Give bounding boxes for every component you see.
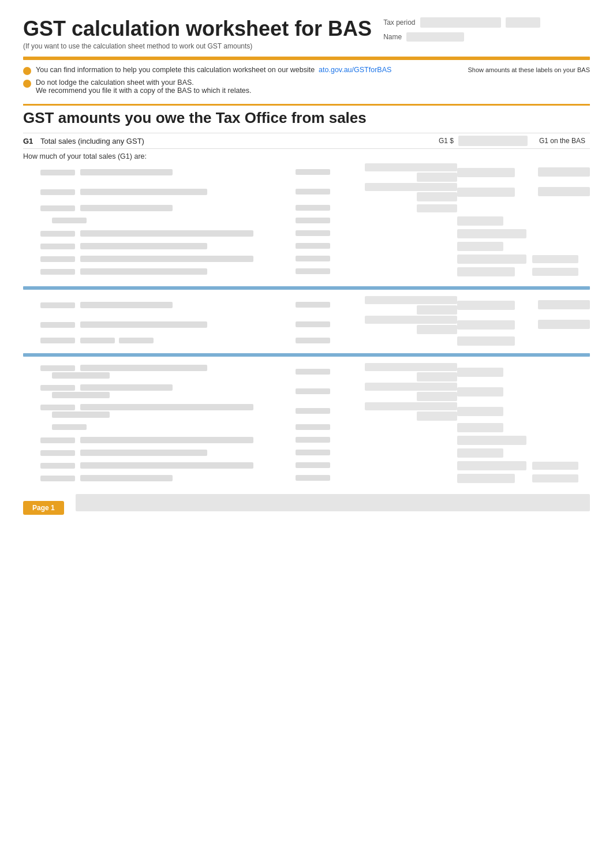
sub-row-4-amtval — [457, 229, 526, 238]
sub-row-2-field-top[interactable] — [365, 183, 457, 191]
sub-row-s2-1-text — [80, 302, 173, 308]
sub-row-5-amount — [457, 242, 532, 251]
sub-row-3-text — [80, 205, 173, 211]
sub-row-s3-7-label — [40, 475, 284, 482]
header: GST calculation worksheet for BAS (If yo… — [23, 17, 590, 51]
sub-row-s3-6-label — [40, 462, 284, 470]
page-title: GST calculation worksheet for BAS — [23, 17, 372, 40]
sub-row-6-amtval — [457, 255, 526, 264]
sub-row-s3-6-basval — [532, 462, 578, 470]
sub-row-4-refval — [296, 230, 330, 236]
sub-row-s3-1-field-bot[interactable] — [417, 372, 457, 381]
sub-row-4-id — [40, 231, 75, 237]
sub-row-6 — [23, 253, 590, 265]
sub-row-3-field[interactable] — [417, 204, 457, 212]
sub-row-6-basval — [532, 255, 578, 263]
sub-row-s3-6-text — [80, 462, 253, 469]
sub-row-4-text — [80, 230, 253, 237]
sub-row-s3-2-refval — [296, 388, 330, 394]
sub-row-2-ref — [284, 189, 330, 196]
sub-row-1-label — [40, 169, 284, 177]
sub-row-7-id — [40, 269, 75, 275]
sub-row-s2-1-field-bot[interactable] — [417, 305, 457, 315]
sub-row-2-label — [40, 189, 284, 196]
info-section: You can find information to help you com… — [23, 66, 590, 98]
sub-row-4-label — [40, 230, 284, 238]
sub-row-s3-6-bas — [532, 462, 590, 470]
blue-divider-1 — [23, 286, 590, 290]
sub-row-s3-2-text — [80, 384, 173, 391]
name-value[interactable] — [406, 32, 464, 42]
sub-row-6-bas — [532, 255, 590, 263]
sub-row-4-amount — [457, 229, 532, 238]
sub-row-s3-4-amtval — [457, 436, 526, 445]
sub-row-s2-2-refval — [296, 321, 330, 327]
sub-row-s2-2-label — [40, 321, 284, 329]
sub-row-1-text — [80, 169, 173, 175]
sub-row-s2-2-id — [40, 322, 75, 328]
sub-row-3-label — [40, 205, 284, 212]
sub-row-s3-3-field-top[interactable] — [365, 402, 457, 410]
sub-row-s2-1 — [23, 295, 590, 315]
sub-row-s3-3a-label — [52, 424, 284, 431]
g1-amount[interactable] — [458, 136, 528, 146]
page-button[interactable]: Page 1 — [23, 501, 64, 515]
sub-row-s3-1-label — [40, 365, 284, 380]
sub-row-s2-3-text2 — [119, 338, 154, 343]
sub-row-s2-2-amount — [457, 320, 532, 330]
sub-row-3-input — [330, 204, 457, 212]
sub-row-2-basval — [538, 187, 590, 196]
sub-row-4-ref — [284, 230, 330, 237]
sub-row-s3-6-amount — [457, 461, 532, 470]
sub-row-s3-1 — [23, 362, 590, 382]
sub-row-s2-1-field-top[interactable] — [365, 296, 457, 304]
sub-row-3a-refval — [296, 218, 330, 223]
sub-row-s3-2-field-top[interactable] — [365, 383, 457, 391]
bottom-footer — [76, 494, 590, 511]
sub-row-s3-7-amount — [457, 474, 532, 483]
sub-row-s2-2-field-top[interactable] — [365, 316, 457, 324]
info-link[interactable]: ato.gov.au/GSTforBAS — [319, 66, 391, 74]
g1-label: Total sales (including any GST) — [40, 137, 439, 145]
sub-row-s3-5-id — [40, 450, 75, 456]
page-subtitle: (If you want to use the calculation shee… — [23, 42, 372, 51]
sub-row-s3-5-ref — [284, 450, 330, 457]
sub-row-1-field-bot[interactable] — [417, 173, 457, 182]
sub-row-s3-6-refval — [296, 462, 330, 468]
sub-row-2 — [23, 182, 590, 202]
sub-row-5-label — [40, 243, 284, 250]
sub-row-3-refval — [296, 205, 330, 211]
g1-ref: G1 $ — [439, 137, 454, 145]
sub-row-s3-4-amount — [457, 436, 532, 445]
sub-row-s3-3-refval — [296, 408, 330, 414]
sub-row-2-refval — [296, 189, 330, 194]
footer-bar — [76, 494, 590, 511]
sub-row-2-field-bot[interactable] — [417, 192, 457, 201]
sub-row-s2-2-input — [330, 316, 457, 334]
sub-row-s3-3-field-bot[interactable] — [417, 411, 457, 421]
sub-row-7-refval — [296, 268, 330, 274]
sub-row-s3-2-field-bot[interactable] — [417, 392, 457, 401]
tax-period-value[interactable] — [420, 17, 501, 28]
sub-row-1-field-top[interactable] — [365, 163, 457, 171]
sub-row-s3-3-sub — [52, 411, 110, 418]
sub-row-s3-3-amtval — [457, 407, 503, 416]
info-row-1: You can find information to help you com… — [23, 66, 444, 75]
sub-row-s2-2 — [23, 315, 590, 335]
sub-row-s2-3-text — [80, 338, 115, 343]
sub-row-7-ref — [284, 268, 330, 275]
sub-row-s2-1-id — [40, 302, 75, 308]
info-text-2: Do not lodge the calculation sheet with … — [36, 78, 444, 95]
sub-row-s3-6-amtval — [457, 461, 526, 470]
sub-row-s2-3-label — [40, 338, 284, 345]
sub-row-s3-7-text — [80, 475, 173, 481]
sub-row-s3-7-bas — [532, 474, 590, 482]
name-label: Name — [383, 33, 402, 41]
sub-row-s3-5-amtval — [457, 448, 503, 458]
how-much-label: How much of your total sales (G1) are: — [23, 152, 590, 160]
sub-row-s2-2-field-bot[interactable] — [417, 325, 457, 334]
sub-row-s3-1-field-top[interactable] — [365, 363, 457, 371]
sub-row-s3-2 — [23, 382, 590, 402]
info-row-2: Do not lodge the calculation sheet with … — [23, 78, 444, 95]
tax-period-end[interactable] — [506, 17, 540, 28]
